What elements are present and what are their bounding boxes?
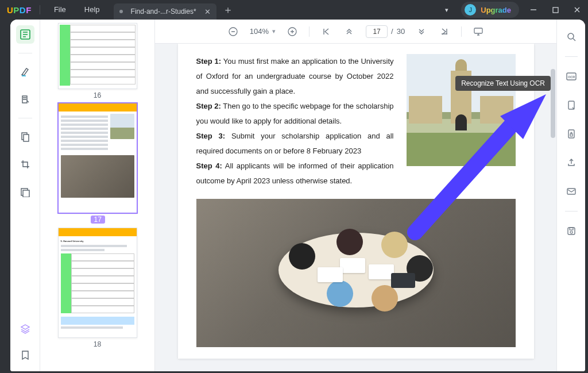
new-tab-button[interactable]: ＋ — [220, 3, 236, 17]
window-close-button[interactable] — [566, 0, 588, 20]
save-button[interactable] — [562, 222, 581, 240]
zoom-out-button[interactable] — [227, 25, 239, 38]
upgrade-label: Upgrade — [481, 6, 511, 14]
document-page: Step 1: You must first make an applicati… — [178, 44, 534, 359]
svg-rect-8 — [474, 28, 482, 33]
svg-rect-14 — [570, 134, 572, 136]
window-maximize-button[interactable] — [544, 0, 566, 20]
document-scroll-area[interactable]: Step 1: You must first make an applicati… — [155, 44, 556, 371]
zoom-in-button[interactable] — [286, 25, 299, 38]
workspace: 16 17 — [10, 20, 585, 371]
page-total: 30 — [397, 27, 405, 36]
svg-text:OCR: OCR — [567, 75, 574, 79]
avatar: J — [465, 4, 476, 16]
tab-modified-dot-icon — [119, 10, 123, 13]
thumbnail-page-18[interactable]: 5. Harvard University 18 — [52, 228, 143, 348]
svg-point-9 — [568, 33, 574, 39]
export-button[interactable] — [562, 96, 581, 114]
page-indicator: / 30 — [366, 25, 405, 38]
tab-close-icon[interactable]: ✕ — [204, 7, 211, 16]
presentation-button[interactable] — [472, 25, 485, 38]
study-group-image — [196, 199, 516, 347]
bookmark-button[interactable] — [16, 346, 34, 364]
chevron-down-icon: ▾ — [272, 28, 276, 35]
edit-tool-button[interactable] — [16, 90, 34, 109]
title-bar: UPDF File Help Find-and-...r-Studies* ✕ … — [0, 0, 588, 20]
svg-rect-3 — [24, 134, 29, 141]
page-organize-button[interactable] — [16, 128, 34, 146]
ocr-tooltip: Recognize Text Using OCR — [455, 76, 551, 91]
thumbnail-number: 17 — [91, 216, 105, 224]
thumbnail-page-16[interactable]: 16 — [52, 23, 143, 99]
next-page-button[interactable] — [415, 25, 428, 38]
window-minimize-button[interactable] — [523, 0, 544, 20]
last-page-button[interactable] — [438, 25, 451, 38]
thumbnail-page-17[interactable]: 17 — [52, 103, 143, 224]
protect-button[interactable] — [562, 125, 581, 143]
zoom-level[interactable]: 104% ▾ — [250, 27, 276, 36]
thumbnail-panel: 16 17 — [40, 20, 155, 371]
crop-tool-button[interactable] — [16, 155, 34, 174]
main-view: 104% ▾ / 30 — [155, 20, 556, 371]
email-button[interactable] — [562, 182, 581, 201]
svg-rect-15 — [567, 189, 575, 194]
page-number-input[interactable] — [366, 25, 388, 38]
upgrade-pill[interactable]: J Upgrade — [461, 2, 519, 18]
svg-rect-5 — [23, 190, 29, 197]
app-logo: UPDF — [7, 5, 32, 15]
search-button[interactable] — [562, 28, 581, 46]
reader-mode-button[interactable] — [16, 25, 34, 44]
first-page-button[interactable] — [320, 25, 332, 38]
oxford-image — [407, 54, 516, 166]
share-button[interactable] — [562, 153, 581, 172]
menu-help[interactable]: Help — [75, 0, 109, 20]
prev-page-button[interactable] — [343, 25, 355, 38]
left-tool-rail — [10, 20, 40, 371]
document-tab[interactable]: Find-and-...r-Studies* ✕ — [114, 3, 216, 20]
tab-label: Find-and-...r-Studies* — [131, 7, 196, 16]
vertical-scrollbar[interactable] — [551, 69, 555, 138]
thumbnail-number: 16 — [52, 91, 143, 99]
menu-file[interactable]: File — [45, 0, 75, 20]
view-toolbar: 104% ▾ / 30 — [155, 20, 556, 44]
svg-point-18 — [570, 231, 572, 233]
layers-button[interactable] — [16, 320, 34, 338]
thumbnail-number: 18 — [52, 340, 143, 348]
ocr-button[interactable]: OCR — [562, 67, 581, 86]
highlight-tool-button[interactable] — [16, 63, 34, 81]
right-tool-rail: OCR — [556, 20, 585, 371]
redact-tool-button[interactable] — [16, 183, 34, 201]
tabs-dropdown-icon[interactable]: ▾ — [436, 0, 458, 20]
svg-rect-0 — [553, 7, 558, 13]
